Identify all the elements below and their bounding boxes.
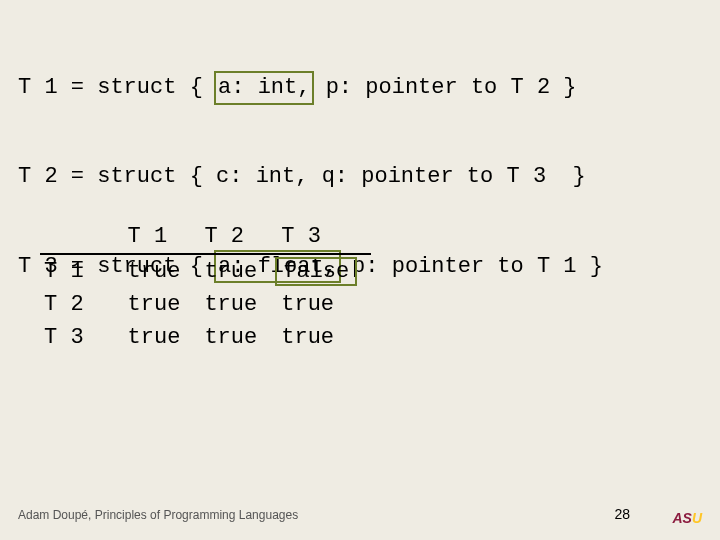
code-t3-post: p: pointer to T 1 }: [339, 254, 603, 279]
code-t1-post: p: pointer to T 2 }: [312, 75, 576, 100]
table-header-t1: T 1: [124, 220, 201, 254]
logo-s: S: [683, 510, 692, 526]
table-header-row: T 1 T 2 T 3: [40, 220, 371, 254]
table-header-t2: T 2: [200, 220, 277, 254]
table-cell: true: [277, 321, 371, 354]
code-line-2: T 2 = struct { c: int, q: pointer to T 3…: [18, 162, 603, 192]
table-row: T 3truetruetrue: [40, 321, 371, 354]
highlight-false-cell: false: [275, 257, 357, 286]
equivalence-table: T 1 T 2 T 3 T 1truetruefalseT 2truetruet…: [40, 220, 371, 354]
code-t1-pre: T 1 = struct {: [18, 75, 216, 100]
table-cell: true: [277, 288, 371, 321]
table-cell: true: [200, 288, 277, 321]
row-label: T 2: [40, 288, 124, 321]
page-number: 28: [614, 506, 630, 522]
footer-text: Adam Doupé, Principles of Programming La…: [18, 508, 298, 522]
code-line-1: T 1 = struct { a: int, p: pointer to T 2…: [18, 73, 603, 103]
logo-a: A: [672, 510, 682, 526]
table-row: T 1truetruefalse: [40, 254, 371, 288]
table-cell: true: [124, 321, 201, 354]
table-body: T 1truetruefalseT 2truetruetrueT 3truetr…: [40, 254, 371, 354]
table-cell: true: [124, 254, 201, 288]
asu-logo: ASU: [672, 510, 702, 526]
row-label: T 3: [40, 321, 124, 354]
logo-u: U: [692, 510, 702, 526]
highlight-a-int: a: int,: [214, 71, 314, 105]
table-row: T 2truetruetrue: [40, 288, 371, 321]
table-cell: true: [200, 254, 277, 288]
table-cell: true: [200, 321, 277, 354]
table-cell: false: [277, 254, 371, 288]
row-label: T 1: [40, 254, 124, 288]
table-cell: true: [124, 288, 201, 321]
table-header-t3: T 3: [277, 220, 371, 254]
table-header-empty: [40, 220, 124, 254]
